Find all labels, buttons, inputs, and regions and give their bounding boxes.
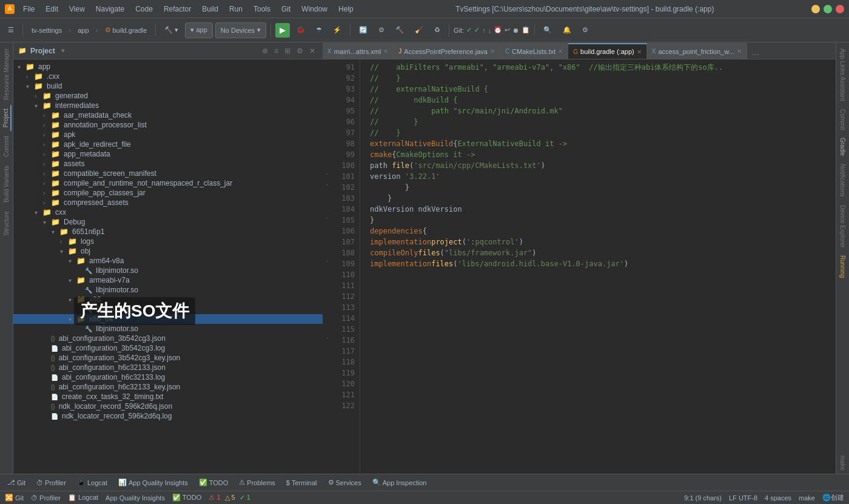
debug-button[interactable]: 🐞 <box>292 22 309 38</box>
git-status[interactable]: 🔀Git <box>5 494 24 502</box>
tree-item[interactable]: ›📁annotation_processor_list <box>13 120 323 130</box>
editor-tab[interactable]: J AccessPointPreference.java ✕ <box>394 43 500 59</box>
collapse-btn[interactable]: ≡ <box>272 45 281 56</box>
minimize-button[interactable] <box>811 5 820 13</box>
coverage-button[interactable]: ☂ <box>312 22 326 38</box>
device-selector[interactable]: No Devices ▾ <box>215 22 266 38</box>
menu-git[interactable]: Git <box>277 4 295 15</box>
problems-status[interactable]: ⚠ 1 △ 5 ✓ 1 <box>209 494 250 502</box>
fold-indicator[interactable]: ◦ <box>323 169 331 180</box>
run-button[interactable]: ▶ <box>275 23 290 38</box>
tab-close[interactable]: ✕ <box>383 48 388 55</box>
breadcrumb-build-gradle[interactable]: ⚙ build.gradle <box>101 22 152 38</box>
editor-tab[interactable]: C CMakeLists.txt ✕ <box>500 43 568 59</box>
tree-item[interactable]: 🔧libjnimotor.so <box>13 304 323 314</box>
fold-indicator[interactable] <box>323 278 331 289</box>
bottom-tab-profiler[interactable]: ⏱Profiler <box>32 478 71 488</box>
menu-tools[interactable]: Tools <box>249 4 275 15</box>
resource-manager-tab[interactable]: Resource Manager <box>2 45 11 104</box>
tree-item[interactable]: ›📁apk_ide_redirect_file <box>13 139 323 149</box>
tree-item[interactable]: 🔧libjnimotor.so <box>13 266 323 275</box>
todo-status[interactable]: ✅ TODO <box>172 494 201 502</box>
encoding-status[interactable]: LF UTF-8 <box>729 494 757 502</box>
build-variants-tab[interactable]: Build Variants <box>2 162 11 206</box>
fold-indicator[interactable] <box>323 321 331 332</box>
build-button[interactable]: 🔨 <box>391 22 408 38</box>
tree-item[interactable]: ›📁compressed_assets <box>13 198 323 207</box>
fold-indicator[interactable] <box>323 245 331 256</box>
fold-indicator[interactable] <box>323 365 331 376</box>
tree-item[interactable]: ▾📁arm64-v8a <box>13 256 323 266</box>
tree-item[interactable]: {}abi_configuration_h6c32133_key.json <box>13 382 323 392</box>
fold-indicator[interactable] <box>323 92 331 103</box>
tabs-overflow[interactable]: ⋯ <box>747 50 764 59</box>
tree-item[interactable]: 🔧libjnimotor.so <box>13 324 323 334</box>
fold-indicator[interactable] <box>323 376 331 387</box>
tree-item[interactable]: ▾📁Debug <box>13 217 323 227</box>
tree-item[interactable]: ›📁compile_app_classes_jar <box>13 188 323 198</box>
indent-status[interactable]: 4 spaces <box>765 494 791 502</box>
menu-window[interactable]: Window <box>297 4 332 15</box>
branch-status[interactable]: make <box>799 494 815 502</box>
fold-indicator[interactable] <box>323 70 331 81</box>
make-tab[interactable]: make <box>838 452 847 474</box>
fold-indicator[interactable] <box>323 201 331 212</box>
fold-indicator[interactable] <box>323 59 331 70</box>
bottom-tab-problems[interactable]: ⚠Problems <box>234 477 280 488</box>
tree-item[interactable]: ▾📁obj <box>13 246 323 256</box>
fold-indicator[interactable] <box>323 343 331 354</box>
fold-indicator[interactable] <box>323 125 331 136</box>
menu-file[interactable]: File <box>18 4 39 15</box>
editor-tab[interactable]: X main\...attrs.xml ✕ <box>323 43 394 59</box>
fold-indicator[interactable] <box>323 387 331 398</box>
tree-item[interactable]: ▾📁armeabi-v7a <box>13 275 323 285</box>
search-button[interactable]: 🔍 <box>539 22 556 38</box>
sync-button[interactable]: 🔄 <box>355 22 372 38</box>
tree-item[interactable]: ▾📁x86 <box>13 295 323 304</box>
tree-item[interactable]: ›📁aar_metadata_check <box>13 110 323 120</box>
fold-indicator[interactable] <box>323 190 331 201</box>
app-links-tab[interactable]: App Links Assistant <box>838 45 847 105</box>
editor-tab[interactable]: X access_point_friction_w... ✕ <box>647 43 747 59</box>
bottom-tab-git[interactable]: ⎇Git <box>2 477 30 488</box>
fold-indicator[interactable] <box>323 81 331 92</box>
fold-indicator[interactable] <box>323 136 331 147</box>
tree-item[interactable]: {}abi_configuration_3b542cg3.json <box>13 334 323 343</box>
tree-item[interactable]: {}abi_configuration_3b542cg3_key.json <box>13 353 323 363</box>
fold-indicator[interactable] <box>323 267 331 278</box>
menu-view[interactable]: View <box>64 4 90 15</box>
close-button[interactable] <box>836 5 844 13</box>
fold-indicator[interactable] <box>323 147 331 158</box>
tab-close[interactable]: ✕ <box>490 48 495 55</box>
hamburger-menu[interactable]: ☰ <box>4 22 18 38</box>
running-tab[interactable]: Running <box>838 252 847 281</box>
settings-button[interactable]: ⚙ <box>374 22 389 38</box>
fold-indicator[interactable] <box>323 300 331 311</box>
menu-help[interactable]: Help <box>334 4 358 15</box>
fold-indicator[interactable]: ◦ <box>323 180 331 190</box>
profiler-status[interactable]: ⏱ Profiler <box>31 494 61 502</box>
menu-navigate[interactable]: Navigate <box>91 4 129 15</box>
fold-indicator[interactable]: ◦ <box>323 256 331 267</box>
bottom-tab-inspection[interactable]: 🔍App Inspection <box>367 477 432 488</box>
maximize-button[interactable] <box>824 5 832 13</box>
tree-item[interactable]: ›📁app_metadata <box>13 149 323 159</box>
fold-indicator[interactable] <box>323 223 331 234</box>
tree-item[interactable]: ▾📁app <box>13 62 323 72</box>
tree-item[interactable]: {}abi_configuration_h6c32133.json <box>13 363 323 372</box>
bottom-tab-aqi[interactable]: 📊App Quality Insights <box>113 477 193 488</box>
tree-item[interactable]: ›📁logs <box>13 237 323 246</box>
breadcrumb-app[interactable]: app <box>73 22 93 38</box>
menu-build[interactable]: Build <box>197 4 223 15</box>
notification-button[interactable]: 🔔 <box>559 22 576 38</box>
project-tab[interactable]: Project <box>1 105 12 131</box>
fold-indicator[interactable]: ◦ <box>323 332 331 343</box>
rebuild-button[interactable]: ♻ <box>430 22 445 38</box>
tree-item[interactable]: ›📁.cxx <box>13 72 323 81</box>
menu-code[interactable]: Code <box>130 4 158 15</box>
code-editor[interactable]: ◦◦◦◦◦ 9192939495969798991001011021031041… <box>323 59 836 474</box>
fold-indicator[interactable]: ◦ <box>323 212 331 223</box>
tree-item[interactable]: 📄ndk_locator_record_596k2d6q.log <box>13 411 323 421</box>
tree-item[interactable]: ›📁generated <box>13 91 323 101</box>
bottom-tab-todo[interactable]: ✅TODO <box>194 477 233 488</box>
